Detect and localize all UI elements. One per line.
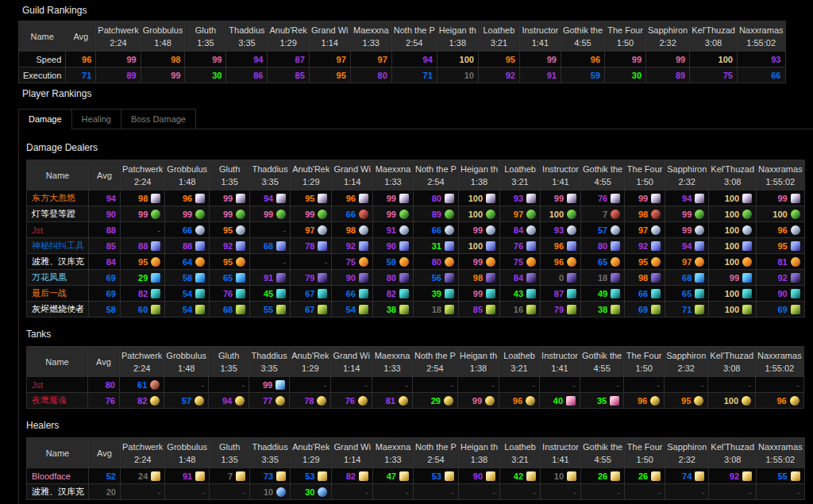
parse-cell[interactable]: 99 bbox=[185, 52, 226, 67]
parse-cell[interactable]: 89 bbox=[413, 206, 458, 222]
parse-cell[interactable]: 96 bbox=[499, 393, 540, 409]
parse-cell[interactable]: 80 bbox=[413, 190, 458, 206]
parse-cell[interactable]: 96 bbox=[541, 254, 581, 270]
parse-cell[interactable]: 99 bbox=[757, 190, 805, 206]
parse-cell[interactable]: 99 bbox=[165, 206, 210, 222]
col-header-thaddius[interactable]: Thaddius3:35 bbox=[250, 438, 291, 468]
col-header-avg[interactable]: Avg bbox=[89, 160, 121, 190]
parse-cell[interactable]: 45 bbox=[250, 286, 291, 302]
parse-cell[interactable]: 75 bbox=[332, 254, 372, 270]
col-header-maexxna[interactable]: Maexxna1:33 bbox=[372, 160, 413, 190]
col-header-gothik-the[interactable]: Gothik the4:55 bbox=[581, 438, 625, 468]
parse-cell[interactable]: 100 bbox=[709, 286, 757, 302]
parse-cell[interactable]: 67 bbox=[291, 286, 332, 302]
parse-cell[interactable]: 16 bbox=[500, 302, 541, 317]
col-header-avg[interactable]: Avg bbox=[89, 438, 121, 468]
parse-cell[interactable]: 71 bbox=[665, 302, 709, 317]
parse-cell[interactable]: 100 bbox=[437, 52, 478, 67]
parse-cell[interactable]: 78 bbox=[291, 238, 332, 254]
parse-cell[interactable]: 99 bbox=[291, 206, 332, 222]
parse-cell[interactable]: 99 bbox=[458, 254, 499, 270]
parse-cell[interactable]: 95 bbox=[665, 393, 708, 409]
col-header-sapphiron[interactable]: Sapphiron2:32 bbox=[665, 438, 709, 468]
parse-cell[interactable]: 87 bbox=[268, 52, 309, 67]
parse-cell[interactable]: 74 bbox=[665, 468, 709, 484]
parse-cell[interactable]: 100 bbox=[709, 254, 757, 270]
col-header-name[interactable]: Name bbox=[27, 160, 89, 190]
col-header-noth-the-p[interactable]: Noth the P2:54 bbox=[412, 347, 457, 377]
col-header-noth-the-p[interactable]: Noth the P2:54 bbox=[413, 438, 458, 468]
parse-cell[interactable]: 87 bbox=[541, 286, 581, 302]
col-header-patchwerk[interactable]: Patchwerk2:24 bbox=[121, 438, 165, 468]
parse-cell[interactable]: 94 bbox=[209, 393, 249, 409]
parse-cell[interactable]: 96 bbox=[561, 52, 604, 67]
col-header-noth-the-p[interactable]: Noth the P2:54 bbox=[391, 21, 437, 52]
parse-cell[interactable]: 99 bbox=[541, 190, 581, 206]
col-header-grobbulus[interactable]: Grobbulus1:48 bbox=[164, 347, 209, 377]
col-header-grobbulus[interactable]: Grobbulus1:48 bbox=[141, 21, 185, 52]
col-header-loatheb[interactable]: Loatheb3:21 bbox=[500, 438, 541, 468]
col-header-heigan-th[interactable]: Heigan th1:38 bbox=[437, 21, 478, 52]
parse-cell[interactable]: 86 bbox=[226, 67, 268, 83]
parse-cell[interactable]: 95 bbox=[210, 254, 250, 270]
col-header-thaddius[interactable]: Thaddius3:35 bbox=[250, 160, 291, 190]
parse-cell[interactable]: 82 bbox=[121, 286, 165, 302]
col-header-gothik-the[interactable]: Gothik the4:55 bbox=[561, 21, 604, 52]
player-name-link[interactable]: 东方大忽悠 bbox=[27, 190, 89, 206]
parse-cell[interactable]: 85 bbox=[268, 67, 309, 83]
parse-cell[interactable]: 100 bbox=[757, 206, 805, 222]
parse-cell[interactable]: 26 bbox=[581, 468, 625, 484]
col-header-anub-rek[interactable]: Anub'Rek1:29 bbox=[290, 347, 331, 377]
parse-cell[interactable]: 18 bbox=[581, 270, 625, 286]
parse-cell[interactable]: 100 bbox=[709, 206, 757, 222]
parse-cell[interactable]: 57 bbox=[581, 222, 625, 238]
tab-boss-damage[interactable]: Boss Damage bbox=[121, 109, 196, 129]
parse-cell[interactable]: 95 bbox=[210, 222, 250, 238]
parse-cell[interactable]: 31 bbox=[413, 238, 458, 254]
col-header-loatheb[interactable]: Loatheb3:21 bbox=[499, 347, 540, 377]
parse-cell[interactable]: 43 bbox=[500, 286, 541, 302]
col-header-maexxna[interactable]: Maexxna1:33 bbox=[372, 347, 412, 377]
parse-cell[interactable]: 79 bbox=[541, 302, 581, 317]
col-header-kel-thuzad[interactable]: Kel'Thuzad3:08 bbox=[709, 160, 757, 190]
parse-cell[interactable]: 94 bbox=[250, 190, 291, 206]
parse-cell[interactable]: 76 bbox=[581, 190, 625, 206]
parse-cell[interactable]: 54 bbox=[165, 286, 210, 302]
parse-cell[interactable]: 99 bbox=[646, 52, 690, 67]
col-header-gluth[interactable]: Gluth1:35 bbox=[185, 21, 226, 52]
parse-cell[interactable]: 96 bbox=[756, 393, 804, 409]
parse-cell[interactable]: 76 bbox=[210, 286, 250, 302]
parse-cell[interactable]: 54 bbox=[332, 302, 372, 317]
parse-cell[interactable]: 95 bbox=[309, 67, 350, 83]
parse-cell[interactable]: 38 bbox=[372, 302, 413, 317]
parse-cell[interactable]: 90 bbox=[757, 286, 805, 302]
parse-cell[interactable]: 30 bbox=[605, 67, 646, 83]
col-header-thaddius[interactable]: Thaddius3:35 bbox=[249, 347, 290, 377]
parse-cell[interactable]: 81 bbox=[372, 393, 412, 409]
parse-cell[interactable]: 92 bbox=[210, 238, 250, 254]
parse-cell[interactable]: 99 bbox=[605, 52, 646, 67]
parse-cell[interactable]: 100 bbox=[709, 302, 757, 317]
parse-cell[interactable]: 100 bbox=[709, 238, 757, 254]
parse-cell[interactable]: 29 bbox=[121, 270, 165, 286]
parse-cell[interactable]: 29 bbox=[412, 393, 457, 409]
parse-cell[interactable]: 92 bbox=[625, 238, 665, 254]
parse-cell[interactable]: 65 bbox=[665, 286, 709, 302]
parse-cell[interactable]: 96 bbox=[165, 190, 210, 206]
col-header-kel-thuzad[interactable]: Kel'Thuzad3:08 bbox=[690, 21, 738, 52]
parse-cell[interactable]: 66 bbox=[625, 286, 665, 302]
parse-cell[interactable]: 99 bbox=[96, 52, 141, 67]
parse-cell[interactable]: 97 bbox=[350, 52, 391, 67]
parse-cell[interactable]: 100 bbox=[458, 190, 499, 206]
col-header-grand-wi[interactable]: Grand Wi1:14 bbox=[332, 160, 372, 190]
parse-cell[interactable]: 99 bbox=[250, 206, 291, 222]
parse-cell[interactable]: 82 bbox=[372, 286, 413, 302]
parse-cell[interactable]: 99 bbox=[665, 206, 709, 222]
parse-cell[interactable]: 99 bbox=[141, 67, 185, 83]
parse-cell[interactable]: 91 bbox=[250, 270, 291, 286]
parse-cell[interactable]: 99 bbox=[249, 377, 290, 393]
parse-cell[interactable]: 79 bbox=[291, 270, 332, 286]
parse-cell[interactable]: 59 bbox=[372, 254, 413, 270]
parse-cell[interactable]: 76 bbox=[331, 393, 372, 409]
parse-cell[interactable]: 66 bbox=[165, 222, 210, 238]
